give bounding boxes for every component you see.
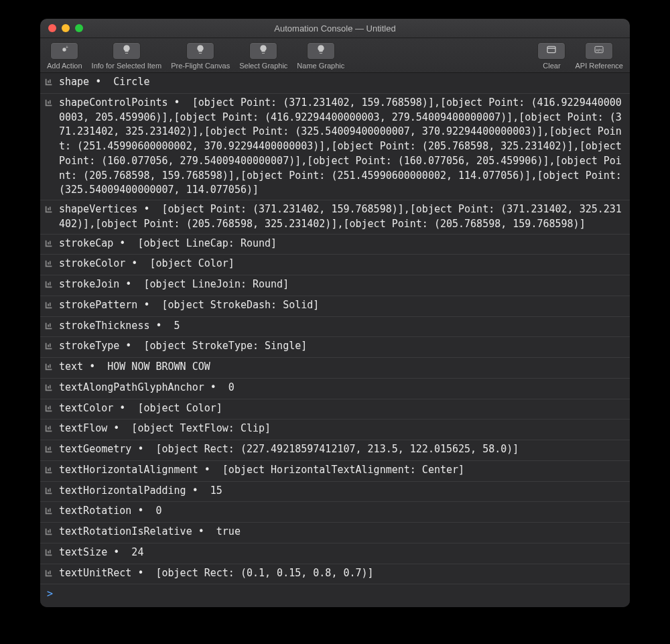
log-level-icon [44,568,56,582]
log-text: shape • Circle [56,75,624,90]
log-row[interactable]: textRotationIsRelative • true [40,523,630,543]
log-level-icon [44,300,56,314]
log-level-icon [44,204,56,218]
log-level-icon [44,403,56,417]
prompt-symbol: > [47,587,53,602]
api-ref-button[interactable]: API [585,42,613,60]
bulb-icon [195,44,206,58]
clear-button[interactable] [537,42,565,60]
log-level-icon [44,423,56,438]
log-row[interactable]: shapeVertices • [object Point: (371.2314… [40,200,630,235]
log-text: textGeometry • [object Rect: (227.492185… [56,442,624,457]
log-level-icon [44,361,56,376]
toolbar-item-api-ref: APIAPI Reference [575,42,623,70]
log-text: strokeCap • [object LineCap: Round] [56,237,624,251]
svg-text:+: + [66,45,68,50]
log-text: textRotationIsRelative • true [56,525,624,539]
toolbar-item-name-graphic: Name Graphic [297,42,344,70]
toolbar-item-preflight: Pre-Flight Canvas [171,42,230,70]
log-level-icon [44,526,56,541]
info-label: Info for Selected Item [92,62,162,70]
api-icon: API [594,44,604,58]
log-text: textColor • [object Color] [56,401,624,416]
log-level-icon [44,485,56,500]
log-row[interactable]: textAlongPathGlyphAnchor • 0 [40,379,630,399]
log-row[interactable]: textColor • [object Color] [40,399,630,420]
log-row[interactable]: textHorizontalAlignment • [object Horizo… [40,461,630,482]
console-output[interactable]: shape • CircleshapeControlPoints • [obje… [40,73,630,607]
log-row[interactable]: strokeJoin • [object LineJoin: Round] [40,275,630,296]
svg-rect-1 [547,46,555,52]
log-row[interactable]: textFlow • [object TextFlow: Clip] [40,420,630,440]
log-row[interactable]: textUnitRect • [object Rect: (0.1, 0.15,… [40,564,630,585]
add-action-label: Add Action [47,62,82,70]
name-graphic-label: Name Graphic [297,62,344,70]
log-row[interactable]: shapeControlPoints • [object Point: (371… [40,94,630,200]
console-input[interactable] [57,587,624,600]
preflight-label: Pre-Flight Canvas [171,62,230,70]
log-level-icon [44,320,56,335]
zoom-icon[interactable] [75,24,83,32]
log-row[interactable]: textRotation • 0 [40,502,630,523]
log-text: textRotation • 0 [56,504,624,519]
log-row[interactable]: textHorizontalPadding • 15 [40,482,630,503]
log-level-icon [44,279,56,294]
toolbar-item-select-graphic: Select Graphic [239,42,287,70]
log-text: strokePattern • [object StrokeDash: Soli… [56,298,624,313]
log-text: textAlongPathGlyphAnchor • 0 [56,381,624,395]
log-row[interactable]: text • HOW NOW BROWN COW [40,358,630,379]
bulb-icon [258,44,269,58]
minimize-icon[interactable] [62,24,70,32]
window-controls [48,24,83,32]
log-text: textFlow • [object TextFlow: Clip] [56,422,624,436]
log-row[interactable]: strokeType • [object StrokeType: Single] [40,337,630,358]
log-row[interactable]: strokeThickness • 5 [40,317,630,338]
log-level-icon [44,76,56,91]
log-text: shapeControlPoints • [object Point: (371… [56,96,624,198]
log-row[interactable]: textSize • 24 [40,543,630,564]
log-level-icon [44,547,56,562]
toolbar: +Add ActionInfo for Selected ItemPre-Fli… [40,38,630,73]
toolbar-item-add-action: +Add Action [47,42,82,70]
log-row[interactable]: strokePattern • [object StrokeDash: Soli… [40,296,630,317]
log-text: textSize • 24 [56,545,624,560]
log-level-icon [44,340,56,355]
log-row[interactable]: shape • Circle [40,73,630,94]
toolbar-item-clear: Clear [537,42,565,70]
log-text: textHorizontalPadding • 15 [56,484,624,499]
log-text: strokeThickness • 5 [56,319,624,334]
bulb-icon [316,44,326,58]
log-row[interactable]: strokeColor • [object Color] [40,255,630,275]
prompt-row[interactable]: > [40,584,630,604]
log-text: text • HOW NOW BROWN COW [56,360,624,375]
log-level-icon [44,444,56,458]
titlebar[interactable]: Automation Console — Untitled [40,19,630,38]
info-button[interactable] [113,42,141,60]
log-level-icon [44,505,56,520]
close-icon[interactable] [48,24,56,32]
window-title: Automation Console — Untitled [40,23,630,34]
log-text: shapeVertices • [object Point: (371.2314… [56,202,624,232]
select-graphic-button[interactable] [249,42,277,60]
svg-text:API: API [596,48,602,52]
log-level-icon [44,97,56,112]
log-row[interactable]: strokeCap • [object LineCap: Round] [40,235,630,255]
preflight-button[interactable] [186,42,214,60]
log-text: strokeType • [object StrokeType: Single] [56,339,624,354]
toolbar-item-info: Info for Selected Item [92,42,162,70]
log-level-icon [44,382,56,397]
api-ref-label: API Reference [575,62,623,70]
window-icon [546,44,557,58]
gear-plus-icon: + [59,44,70,58]
bulb-icon [121,44,132,58]
clear-label: Clear [543,62,560,70]
log-row[interactable]: textGeometry • [object Rect: (227.492185… [40,440,630,461]
name-graphic-button[interactable] [307,42,335,60]
add-action-button[interactable]: + [50,42,78,60]
log-level-icon [44,238,56,253]
log-level-icon [44,258,56,273]
log-text: strokeJoin • [object LineJoin: Round] [56,277,624,292]
console-window: Automation Console — Untitled +Add Actio… [40,19,630,607]
log-text: textHorizontalAlignment • [object Horizo… [56,463,624,478]
log-text: textUnitRect • [object Rect: (0.1, 0.15,… [56,566,624,581]
